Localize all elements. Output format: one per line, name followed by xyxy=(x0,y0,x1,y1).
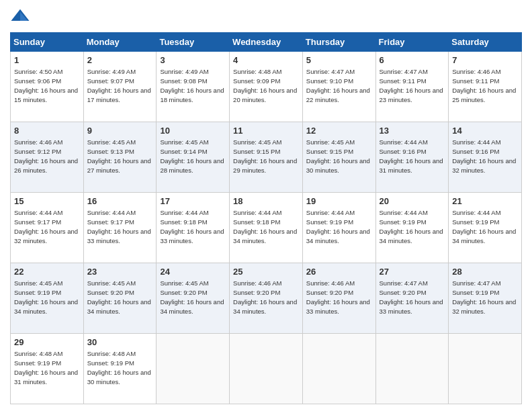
calendar-cell: 17Sunrise: 4:44 AMSunset: 9:18 PMDayligh… xyxy=(157,193,230,263)
day-number: 21 xyxy=(452,195,518,208)
logo xyxy=(10,7,33,27)
day-header-friday: Friday xyxy=(375,33,449,52)
calendar-cell: 18Sunrise: 4:44 AMSunset: 9:18 PMDayligh… xyxy=(230,193,303,263)
calendar-week-2: 8Sunrise: 4:46 AMSunset: 9:12 PMDaylight… xyxy=(11,122,522,193)
calendar-cell xyxy=(302,334,375,404)
header xyxy=(10,7,522,27)
calendar-cell: 11Sunrise: 4:45 AMSunset: 9:15 PMDayligh… xyxy=(230,122,303,193)
logo-icon xyxy=(10,7,30,27)
calendar-cell: 24Sunrise: 4:45 AMSunset: 9:20 PMDayligh… xyxy=(157,263,230,334)
cell-content: Sunrise: 4:47 AMSunset: 9:10 PMDaylight:… xyxy=(306,68,370,103)
page: SundayMondayTuesdayWednesdayThursdayFrid… xyxy=(0,0,532,411)
calendar-cell: 5Sunrise: 4:47 AMSunset: 9:10 PMDaylight… xyxy=(302,52,375,122)
cell-content: Sunrise: 4:47 AMSunset: 9:19 PMDaylight:… xyxy=(452,279,516,315)
cell-content: Sunrise: 4:44 AMSunset: 9:16 PMDaylight:… xyxy=(380,138,443,174)
day-number: 27 xyxy=(380,266,445,278)
day-number: 28 xyxy=(452,266,518,278)
calendar-cell xyxy=(157,334,230,404)
day-number: 9 xyxy=(87,125,153,137)
day-number: 17 xyxy=(160,195,226,208)
calendar-cell: 28Sunrise: 4:47 AMSunset: 9:19 PMDayligh… xyxy=(449,263,522,334)
cell-content: Sunrise: 4:45 AMSunset: 9:14 PMDaylight:… xyxy=(160,138,224,174)
day-number: 23 xyxy=(87,266,153,278)
calendar-cell: 20Sunrise: 4:44 AMSunset: 9:19 PMDayligh… xyxy=(375,193,449,263)
day-number: 2 xyxy=(87,54,153,66)
day-number: 24 xyxy=(160,266,226,278)
day-number: 25 xyxy=(233,266,299,278)
cell-content: Sunrise: 4:44 AMSunset: 9:17 PMDaylight:… xyxy=(87,209,151,244)
cell-content: Sunrise: 4:44 AMSunset: 9:18 PMDaylight:… xyxy=(160,209,224,244)
day-number: 29 xyxy=(14,336,80,349)
day-number: 6 xyxy=(380,54,445,66)
cell-content: Sunrise: 4:44 AMSunset: 9:17 PMDaylight:… xyxy=(14,209,78,244)
calendar-week-4: 22Sunrise: 4:45 AMSunset: 9:19 PMDayligh… xyxy=(11,263,522,334)
cell-content: Sunrise: 4:48 AMSunset: 9:09 PMDaylight:… xyxy=(233,68,297,103)
calendar-cell: 9Sunrise: 4:45 AMSunset: 9:13 PMDaylight… xyxy=(83,122,157,193)
day-header-tuesday: Tuesday xyxy=(157,33,230,52)
calendar-cell: 14Sunrise: 4:44 AMSunset: 9:16 PMDayligh… xyxy=(449,122,522,193)
calendar-cell: 12Sunrise: 4:45 AMSunset: 9:15 PMDayligh… xyxy=(302,122,375,193)
calendar-cell xyxy=(375,334,449,404)
cell-content: Sunrise: 4:45 AMSunset: 9:20 PMDaylight:… xyxy=(160,279,224,315)
day-header-thursday: Thursday xyxy=(302,33,375,52)
calendar-cell: 10Sunrise: 4:45 AMSunset: 9:14 PMDayligh… xyxy=(157,122,230,193)
cell-content: Sunrise: 4:44 AMSunset: 9:19 PMDaylight:… xyxy=(306,209,370,244)
day-number: 7 xyxy=(452,54,518,66)
calendar-cell: 6Sunrise: 4:47 AMSunset: 9:11 PMDaylight… xyxy=(375,52,449,122)
calendar-week-5: 29Sunrise: 4:48 AMSunset: 9:19 PMDayligh… xyxy=(11,334,522,404)
calendar-cell: 30Sunrise: 4:48 AMSunset: 9:19 PMDayligh… xyxy=(83,334,157,404)
day-header-saturday: Saturday xyxy=(449,33,522,52)
calendar-cell: 2Sunrise: 4:49 AMSunset: 9:07 PMDaylight… xyxy=(83,52,157,122)
calendar-week-1: 1Sunrise: 4:50 AMSunset: 9:06 PMDaylight… xyxy=(11,52,522,122)
calendar-cell: 7Sunrise: 4:46 AMSunset: 9:11 PMDaylight… xyxy=(449,52,522,122)
cell-content: Sunrise: 4:47 AMSunset: 9:20 PMDaylight:… xyxy=(380,279,443,315)
cell-content: Sunrise: 4:44 AMSunset: 9:18 PMDaylight:… xyxy=(233,209,297,244)
calendar-cell: 29Sunrise: 4:48 AMSunset: 9:19 PMDayligh… xyxy=(11,334,84,404)
cell-content: Sunrise: 4:47 AMSunset: 9:11 PMDaylight:… xyxy=(380,68,443,103)
calendar-cell: 19Sunrise: 4:44 AMSunset: 9:19 PMDayligh… xyxy=(302,193,375,263)
calendar-cell: 13Sunrise: 4:44 AMSunset: 9:16 PMDayligh… xyxy=(375,122,449,193)
calendar-week-3: 15Sunrise: 4:44 AMSunset: 9:17 PMDayligh… xyxy=(11,193,522,263)
calendar-cell xyxy=(449,334,522,404)
day-number: 1 xyxy=(14,54,80,66)
cell-content: Sunrise: 4:45 AMSunset: 9:13 PMDaylight:… xyxy=(87,138,151,174)
day-number: 14 xyxy=(452,125,518,137)
day-header-wednesday: Wednesday xyxy=(230,33,303,52)
cell-content: Sunrise: 4:48 AMSunset: 9:19 PMDaylight:… xyxy=(87,350,151,385)
calendar-cell: 22Sunrise: 4:45 AMSunset: 9:19 PMDayligh… xyxy=(11,263,84,334)
calendar-cell: 3Sunrise: 4:49 AMSunset: 9:08 PMDaylight… xyxy=(157,52,230,122)
cell-content: Sunrise: 4:45 AMSunset: 9:20 PMDaylight:… xyxy=(87,279,151,315)
day-header-monday: Monday xyxy=(83,33,157,52)
calendar-table: SundayMondayTuesdayWednesdayThursdayFrid… xyxy=(10,32,522,404)
cell-content: Sunrise: 4:46 AMSunset: 9:20 PMDaylight:… xyxy=(233,279,297,315)
cell-content: Sunrise: 4:49 AMSunset: 9:08 PMDaylight:… xyxy=(160,68,224,103)
day-number: 10 xyxy=(160,125,226,137)
cell-content: Sunrise: 4:46 AMSunset: 9:20 PMDaylight:… xyxy=(306,279,370,315)
calendar-cell: 8Sunrise: 4:46 AMSunset: 9:12 PMDaylight… xyxy=(11,122,84,193)
day-number: 22 xyxy=(14,266,80,278)
calendar-cell: 23Sunrise: 4:45 AMSunset: 9:20 PMDayligh… xyxy=(83,263,157,334)
day-number: 20 xyxy=(380,195,445,208)
day-number: 26 xyxy=(306,266,372,278)
day-number: 11 xyxy=(233,125,299,137)
calendar-cell: 27Sunrise: 4:47 AMSunset: 9:20 PMDayligh… xyxy=(375,263,449,334)
cell-content: Sunrise: 4:44 AMSunset: 9:19 PMDaylight:… xyxy=(452,209,516,244)
cell-content: Sunrise: 4:49 AMSunset: 9:07 PMDaylight:… xyxy=(87,68,151,103)
calendar-cell: 16Sunrise: 4:44 AMSunset: 9:17 PMDayligh… xyxy=(83,193,157,263)
calendar-cell: 26Sunrise: 4:46 AMSunset: 9:20 PMDayligh… xyxy=(302,263,375,334)
day-number: 12 xyxy=(306,125,372,137)
calendar-cell: 1Sunrise: 4:50 AMSunset: 9:06 PMDaylight… xyxy=(11,52,84,122)
cell-content: Sunrise: 4:50 AMSunset: 9:06 PMDaylight:… xyxy=(14,68,78,103)
calendar-header-row: SundayMondayTuesdayWednesdayThursdayFrid… xyxy=(11,33,522,52)
day-number: 4 xyxy=(233,54,299,66)
day-number: 18 xyxy=(233,195,299,208)
calendar-cell xyxy=(230,334,303,404)
calendar-cell: 15Sunrise: 4:44 AMSunset: 9:17 PMDayligh… xyxy=(11,193,84,263)
cell-content: Sunrise: 4:44 AMSunset: 9:16 PMDaylight:… xyxy=(452,138,516,174)
day-number: 15 xyxy=(14,195,80,208)
cell-content: Sunrise: 4:45 AMSunset: 9:15 PMDaylight:… xyxy=(306,138,370,174)
cell-content: Sunrise: 4:46 AMSunset: 9:12 PMDaylight:… xyxy=(14,138,78,174)
day-number: 16 xyxy=(87,195,153,208)
cell-content: Sunrise: 4:46 AMSunset: 9:11 PMDaylight:… xyxy=(452,68,516,103)
cell-content: Sunrise: 4:45 AMSunset: 9:19 PMDaylight:… xyxy=(14,279,78,315)
